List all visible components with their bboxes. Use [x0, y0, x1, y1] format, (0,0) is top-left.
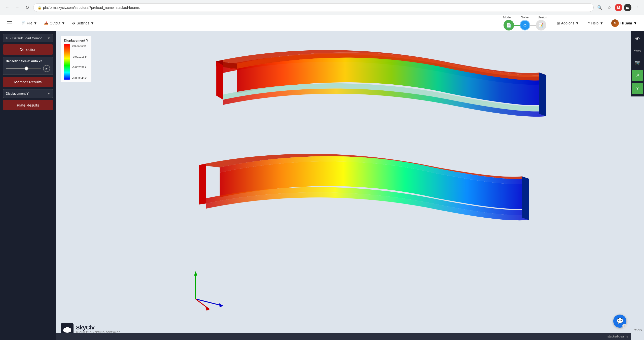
- plate-results-label: Plate Results: [17, 103, 39, 107]
- settings-chevron: ▼: [91, 21, 94, 25]
- svg-point-9: [65, 327, 69, 330]
- header-nav: 📄 File ▼ 📤 Output ▼ ⚙ Settings ▼: [18, 20, 501, 27]
- profile-icon-m2: m: [624, 4, 631, 11]
- forward-button[interactable]: →: [13, 4, 21, 12]
- hamburger-button[interactable]: [5, 19, 14, 28]
- browser-chrome: ← → ↻ 🔒 platform.skyciv.com/structural?p…: [0, 0, 644, 15]
- viewport: Displacement Y 0.000000 in -0.001016 in …: [56, 31, 644, 340]
- settings-label: Settings: [77, 21, 89, 25]
- settings-menu[interactable]: ⚙ Settings ▼: [69, 20, 97, 27]
- app-container: 📄 File ▼ 📤 Output ▼ ⚙ Settings ▼ Model S…: [0, 15, 644, 340]
- step-connector-2: [530, 25, 536, 26]
- member-results-label: Member Results: [14, 80, 42, 84]
- model-step-button[interactable]: 📄: [504, 20, 514, 30]
- solve-step-button[interactable]: ⚙: [520, 20, 530, 30]
- user-name: Hi Sam: [620, 21, 632, 25]
- output-chevron: ▼: [61, 21, 65, 25]
- help-icon: ?: [588, 21, 590, 25]
- coord-axes: [194, 271, 223, 311]
- addons-label: Add-ons: [561, 21, 574, 25]
- output-icon: 📤: [44, 21, 48, 25]
- displacement-select-wrapper: Displacement X Displacement Y Displaceme…: [3, 89, 53, 98]
- hamburger-line: [7, 25, 12, 25]
- design-label: Design: [536, 16, 549, 19]
- help-button[interactable]: ? Help ▼: [585, 20, 606, 27]
- bookmark-button[interactable]: ☆: [605, 4, 613, 12]
- hamburger-line: [7, 23, 12, 23]
- design-step-button[interactable]: 📝: [536, 20, 546, 30]
- member-results-button[interactable]: Member Results: [3, 77, 53, 87]
- step-connector-1: [514, 25, 520, 26]
- help-panel-icon: ?: [636, 86, 639, 91]
- load-combo-wrapper: #0 - Default Load Combo: [3, 34, 53, 42]
- screenshot-button[interactable]: 📷: [632, 57, 643, 68]
- solve-step-labels: Model Solve Design: [501, 16, 549, 19]
- version-badge: v4.4.0: [634, 328, 642, 331]
- app-header: 📄 File ▼ 📤 Output ▼ ⚙ Settings ▼ Model S…: [0, 15, 644, 31]
- main-area: #0 - Default Load Combo Deflection Defle…: [0, 31, 644, 340]
- output-label: Output: [50, 21, 60, 25]
- file-label: File: [27, 21, 32, 25]
- more-button[interactable]: ⋮: [633, 4, 641, 12]
- views-icon: Views: [634, 49, 641, 52]
- beams-canvas: [56, 31, 631, 340]
- back-button[interactable]: ←: [3, 4, 11, 12]
- skyciv-cloud-icon: [62, 324, 72, 334]
- model-label: Model: [501, 16, 514, 19]
- help-panel-button[interactable]: ?: [632, 83, 643, 94]
- deflection-button[interactable]: Deflection: [3, 44, 53, 55]
- right-panel: 👁 Views 📷 ↗ ?: [631, 31, 644, 96]
- addons-button[interactable]: ⊞ Add-ons ▼: [554, 20, 582, 27]
- svg-marker-3: [219, 303, 223, 307]
- scale-value: Auto x2: [31, 59, 42, 63]
- url-text: platform.skyciv.com/structural?preload_n…: [43, 6, 140, 10]
- visibility-button[interactable]: 👁: [632, 33, 643, 44]
- lock-icon: 🔒: [38, 6, 42, 10]
- chat-icon: 💬: [617, 318, 623, 324]
- chat-close-button[interactable]: ✕: [622, 324, 627, 328]
- logo-name: SkyCiv: [76, 324, 120, 331]
- solve-label: Solve: [519, 16, 531, 19]
- plate-results-button[interactable]: Plate Results: [3, 100, 53, 110]
- user-menu[interactable]: S Hi Sam ▼: [609, 18, 639, 28]
- addons-chevron: ▼: [576, 21, 579, 25]
- file-menu[interactable]: 📄 File ▼: [18, 20, 40, 27]
- project-name: stacked-beams: [607, 335, 628, 338]
- addons-grid-icon: ⊞: [557, 21, 560, 25]
- beams-svg: [56, 31, 631, 340]
- hamburger-line: [7, 21, 12, 22]
- help-label: Help: [591, 21, 599, 25]
- deflection-label: Deflection: [20, 47, 37, 52]
- solve-steps-container: Model Solve Design 📄 ⚙ 📝: [501, 16, 549, 30]
- reload-button[interactable]: ↻: [23, 4, 31, 12]
- load-combo-select[interactable]: #0 - Default Load Combo: [3, 34, 53, 42]
- close-icon: ✕: [624, 325, 626, 327]
- scale-label: Deflection Scale: Auto x2: [6, 59, 50, 63]
- search-button[interactable]: 🔍: [596, 4, 604, 12]
- logo-text: SkyCiv Cloud Engineering Software: [76, 324, 120, 333]
- play-button[interactable]: ▶: [43, 65, 50, 72]
- green-icon-button[interactable]: ↗: [632, 70, 643, 81]
- help-chevron: ▼: [600, 21, 603, 25]
- profile-icon-m: M: [615, 4, 622, 11]
- user-avatar: S: [611, 19, 619, 27]
- bottom-bar: stacked-beams: [56, 333, 631, 340]
- svg-marker-1: [194, 271, 197, 276]
- file-chevron: ▼: [34, 21, 37, 25]
- settings-icon: ⚙: [72, 21, 75, 25]
- views-button[interactable]: Views: [632, 45, 643, 56]
- header-right: ⊞ Add-ons ▼ ? Help ▼ S Hi Sam ▼: [554, 18, 639, 28]
- camera-icon: 📷: [635, 60, 640, 65]
- deflection-scale-slider[interactable]: [6, 68, 41, 69]
- address-bar[interactable]: 🔒 platform.skyciv.com/structural?preload…: [33, 3, 594, 12]
- lower-beam-group: [199, 154, 529, 220]
- sidebar: #0 - Default Load Combo Deflection Defle…: [0, 31, 56, 340]
- displacement-select[interactable]: Displacement X Displacement Y Displaceme…: [3, 89, 53, 98]
- eye-icon: 👁: [635, 36, 640, 42]
- share-icon: ↗: [636, 73, 639, 78]
- upper-beam-group: [216, 50, 546, 117]
- version-text: v4.4.0: [634, 328, 642, 331]
- output-menu[interactable]: 📤 Output ▼: [41, 20, 68, 27]
- scale-slider-row: ▶: [6, 65, 50, 72]
- user-chevron: ▼: [633, 21, 637, 25]
